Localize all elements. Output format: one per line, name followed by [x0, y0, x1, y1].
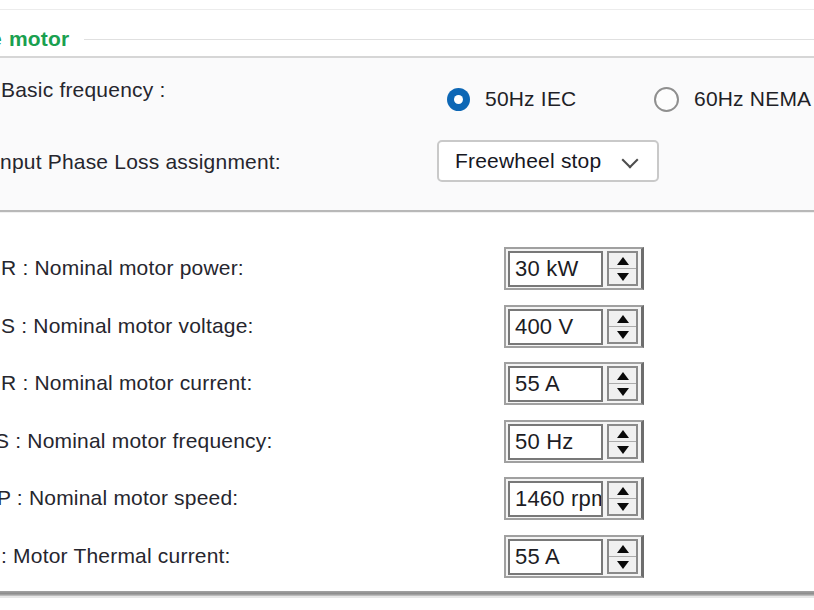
triangle-up-icon — [617, 315, 629, 323]
chevron-down-icon — [622, 152, 639, 169]
nominal-current-field[interactable]: 55 A — [508, 366, 603, 402]
thermal-current-field[interactable]: 55 A — [508, 539, 603, 575]
param-label: P : Nominal motor speed: — [0, 486, 238, 510]
param-row-nominal-current: R : Nominal motor current: 55 A — [0, 362, 814, 406]
nominal-frequency-field[interactable]: 50 Hz — [508, 424, 603, 460]
param-row-nominal-voltage: S : Nominal motor voltage: 400 V — [0, 305, 814, 349]
nominal-voltage-spinner: 400 V — [504, 305, 644, 348]
triangle-up-icon — [617, 372, 629, 380]
spinner-buttons — [607, 366, 638, 401]
nominal-frequency-spinner: 50 Hz — [504, 420, 644, 463]
triangle-down-icon — [617, 503, 629, 511]
group-title: emotor — [0, 27, 69, 51]
radio-unselected-icon — [654, 87, 679, 112]
spinner-down-button[interactable] — [609, 442, 636, 457]
triangle-down-icon — [617, 331, 629, 339]
spinner-up-button[interactable] — [609, 541, 636, 557]
top-hairline — [0, 9, 814, 10]
param-label: R : Nominal motor current: — [1, 371, 252, 395]
bottom-splitter-shadow — [0, 596, 814, 598]
spinner-up-button[interactable] — [609, 368, 636, 384]
param-label: : Motor Thermal current: — [1, 544, 231, 568]
nominal-voltage-field[interactable]: 400 V — [508, 309, 603, 345]
triangle-down-icon — [617, 446, 629, 454]
radio-option-50hz-iec[interactable]: 50Hz IEC — [447, 86, 576, 112]
radio-option-60hz-nema[interactable]: 60Hz NEMA — [654, 86, 811, 112]
motor-settings-panel: emotor Basic frequency : 50Hz IEC 60Hz N… — [0, 0, 814, 610]
param-row-thermal-current: : Motor Thermal current: 55 A — [0, 535, 814, 579]
phase-loss-dropdown[interactable]: Freewheel stop — [437, 140, 659, 182]
section-divider-top — [0, 56, 814, 58]
param-row-nominal-speed: P : Nominal motor speed: 1460 rpm — [0, 477, 814, 521]
section-divider-middle — [0, 210, 814, 213]
spinner-down-button[interactable] — [609, 327, 636, 342]
nominal-current-spinner: 55 A — [504, 362, 644, 405]
nominal-power-field[interactable]: 30 kW — [508, 251, 603, 287]
nominal-speed-spinner: 1460 rpm — [504, 477, 644, 520]
radio-selected-icon — [447, 88, 470, 111]
thermal-current-spinner: 55 A — [504, 535, 644, 578]
spinner-buttons — [607, 309, 638, 344]
nominal-speed-field[interactable]: 1460 rpm — [508, 481, 603, 517]
spinner-buttons — [607, 424, 638, 459]
spinner-up-button[interactable] — [609, 311, 636, 327]
spinner-down-button[interactable] — [609, 557, 636, 572]
param-row-nominal-frequency: S : Nominal motor frequency: 50 Hz — [0, 420, 814, 464]
spinner-down-button[interactable] — [609, 269, 636, 284]
group-title-text: motor — [9, 27, 70, 50]
spinner-buttons — [607, 539, 638, 574]
param-label: S : Nominal motor frequency: — [0, 429, 273, 453]
triangle-up-icon — [617, 257, 629, 265]
param-row-nominal-power: R : Nominal motor power: 30 kW — [0, 247, 814, 291]
group-title-clipped-letter: e — [0, 27, 2, 50]
spinner-up-button[interactable] — [609, 483, 636, 499]
spinner-down-button[interactable] — [609, 499, 636, 514]
phase-loss-selected-value: Freewheel stop — [455, 149, 601, 173]
spinner-down-button[interactable] — [609, 384, 636, 399]
spinner-up-button[interactable] — [609, 426, 636, 442]
nominal-power-spinner: 30 kW — [504, 247, 644, 290]
spinner-buttons — [607, 481, 638, 516]
triangle-down-icon — [617, 273, 629, 281]
spinner-up-button[interactable] — [609, 253, 636, 269]
groupbox-rule — [84, 39, 814, 40]
triangle-down-icon — [617, 561, 629, 569]
basic-frequency-label: Basic frequency : — [1, 78, 165, 102]
triangle-up-icon — [617, 430, 629, 438]
param-label: R : Nominal motor power: — [1, 256, 244, 280]
param-label: S : Nominal motor voltage: — [1, 314, 254, 338]
triangle-up-icon — [617, 545, 629, 553]
triangle-up-icon — [617, 487, 629, 495]
radio-option-label: 50Hz IEC — [485, 87, 576, 111]
radio-option-label: 60Hz NEMA — [694, 87, 811, 111]
triangle-down-icon — [617, 388, 629, 396]
phase-loss-label: nput Phase Loss assignment: — [0, 150, 281, 174]
spinner-buttons — [607, 251, 638, 286]
